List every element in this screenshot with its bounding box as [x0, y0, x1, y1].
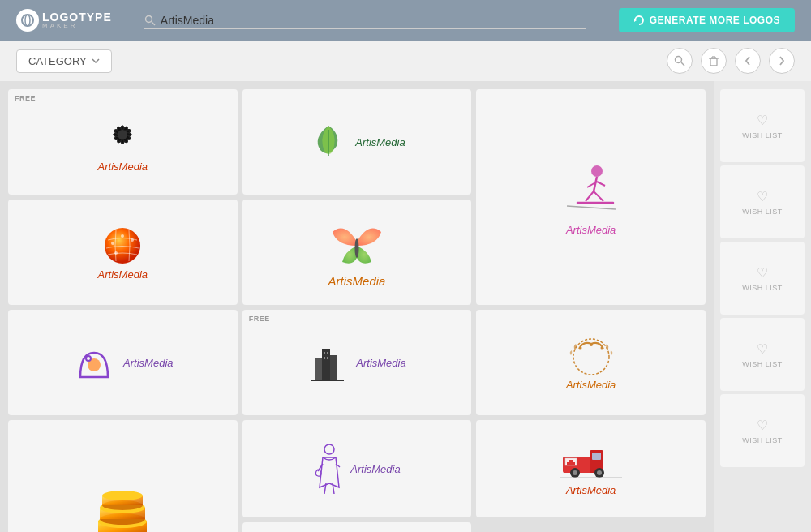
brand-name-6: ArtisMedia — [123, 357, 173, 369]
logo-grid: FREE — [0, 81, 714, 532]
svg-rect-73 — [567, 462, 575, 466]
logo-card-8[interactable]: ArtisMedia — [476, 310, 706, 415]
svg-point-41 — [86, 356, 91, 361]
fashion-logo — [313, 443, 345, 496]
svg-point-78 — [597, 470, 602, 475]
svg-point-2 — [145, 15, 152, 22]
brand-name-4: ArtisMedia — [98, 268, 148, 281]
butterfly-logo — [324, 217, 389, 274]
category-dropdown[interactable]: CATEGORY — [16, 49, 112, 73]
wish-card-3[interactable]: ♡ WISH LIST — [720, 242, 805, 315]
wish-card-1[interactable]: ♡ WISH LIST — [720, 89, 805, 162]
search-bar — [144, 12, 586, 29]
svg-point-38 — [114, 251, 118, 255]
wish-label-1: WISH LIST — [742, 131, 783, 139]
sunflower-logo — [93, 112, 152, 161]
wish-card-2[interactable]: ♡ WISH LIST — [720, 165, 805, 238]
sport-logo — [555, 159, 628, 224]
next-icon — [778, 55, 786, 66]
logo-card-12[interactable]: ArtisMedia — [242, 522, 472, 532]
search-icon — [674, 55, 685, 66]
prev-button[interactable] — [735, 48, 761, 74]
search-bar-icon — [144, 15, 156, 26]
trash-icon — [708, 55, 719, 66]
logo-card-10[interactable]: ArtisMedia — [242, 420, 472, 517]
wish-label-3: WISH LIST — [742, 284, 783, 292]
svg-point-37 — [131, 238, 134, 242]
brand-name-1: ArtisMedia — [98, 161, 148, 173]
svg-rect-48 — [324, 357, 325, 359]
wish-card-4[interactable]: ♡ WISH LIST — [720, 318, 805, 391]
search-input[interactable] — [161, 14, 586, 27]
header: LOGOTYPE MAKER GENERATE MORE LOGOS — [0, 0, 811, 41]
brand-name-8: ArtisMedia — [566, 379, 616, 391]
logo-area: LOGOTYPE MAKER — [16, 9, 112, 32]
logo-bot: MAKER — [42, 23, 112, 29]
wish-label-2: WISH LIST — [742, 208, 783, 216]
logo-card-2[interactable]: ArtisMedia — [242, 89, 472, 195]
svg-line-28 — [586, 191, 594, 201]
heart-icon-2: ♡ — [757, 189, 769, 204]
svg-point-26 — [591, 165, 603, 177]
crown-logo — [563, 334, 620, 379]
mountain-logo — [72, 341, 117, 385]
svg-point-53 — [600, 347, 603, 350]
svg-line-3 — [152, 22, 155, 25]
category-label: CATEGORY — [28, 55, 87, 67]
brand-name-3: ArtisMedia — [566, 224, 616, 236]
svg-rect-70 — [592, 453, 601, 460]
svg-point-35 — [121, 234, 124, 238]
brand-name-7: ArtisMedia — [356, 357, 406, 369]
heart-icon-4: ♡ — [757, 341, 769, 357]
search-button[interactable] — [667, 48, 693, 74]
brand-name-2: ArtisMedia — [355, 136, 405, 148]
logo-card-11[interactable]: ArtisMedia — [476, 420, 706, 517]
logo-card-1[interactable]: FREE — [8, 89, 238, 195]
logo-card-3[interactable]: ArtisMedia — [476, 89, 706, 305]
svg-rect-44 — [330, 355, 337, 380]
free-badge-1: FREE — [15, 94, 36, 102]
generate-label: GENERATE MORE LOGOS — [650, 15, 780, 26]
prev-icon — [744, 55, 752, 66]
next-button[interactable] — [769, 48, 795, 74]
svg-point-5 — [676, 57, 682, 63]
refresh-icon — [633, 15, 645, 26]
sphere-logo — [98, 224, 147, 268]
logo-card-5[interactable]: ArtisMedia — [242, 200, 472, 305]
svg-point-76 — [573, 470, 577, 475]
svg-point-0 — [22, 15, 33, 26]
logo-card-9[interactable]: ArtisMedia — [8, 420, 238, 532]
svg-point-62 — [102, 491, 143, 500]
heart-icon-1: ♡ — [757, 113, 769, 128]
logo-card-7[interactable]: FREE ArtisMedia — [242, 310, 472, 415]
svg-point-39 — [354, 238, 358, 258]
svg-rect-43 — [315, 358, 322, 380]
svg-line-29 — [594, 191, 603, 201]
logo-card-4[interactable]: ArtisMedia — [8, 200, 238, 305]
trash-button[interactable] — [701, 48, 727, 74]
truck-logo — [559, 442, 624, 481]
heart-icon-3: ♡ — [757, 265, 769, 281]
building-logo — [307, 341, 348, 385]
free-badge-7: FREE — [249, 315, 270, 323]
svg-point-51 — [590, 343, 593, 346]
coins-logo — [82, 477, 163, 532]
sidebar: ♡ WISH LIST ♡ WISH LIST ♡ WISH LIST ♡ WI… — [714, 81, 811, 532]
logo-text: LOGOTYPE MAKER — [42, 11, 112, 29]
main: FREE — [0, 81, 811, 532]
wish-label-5: WISH LIST — [742, 436, 783, 444]
svg-point-52 — [579, 347, 581, 350]
svg-rect-45 — [311, 380, 344, 381]
leaf-logo — [308, 122, 349, 162]
wish-card-5[interactable]: ♡ WISH LIST — [720, 394, 805, 467]
logo-card-6[interactable]: ArtisMedia — [8, 310, 238, 415]
svg-rect-49 — [327, 357, 328, 359]
svg-line-33 — [567, 206, 616, 209]
generate-button[interactable]: GENERATE MORE LOGOS — [619, 8, 795, 32]
brand-name-10: ArtisMedia — [350, 463, 400, 475]
brand-name-11: ArtisMedia — [566, 484, 616, 496]
wish-label-4: WISH LIST — [742, 360, 783, 368]
svg-rect-46 — [324, 352, 325, 354]
svg-rect-42 — [322, 349, 330, 380]
svg-point-36 — [111, 242, 114, 245]
